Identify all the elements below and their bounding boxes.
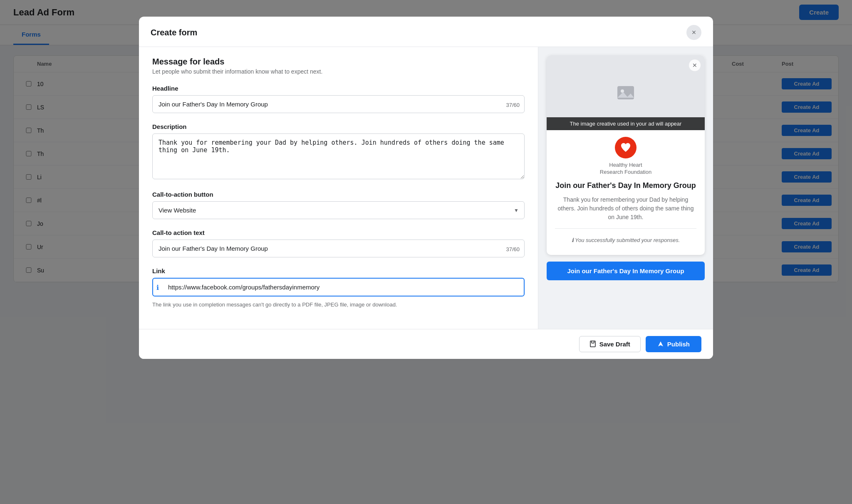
- link-label: Link: [152, 267, 525, 274]
- cta-text-label: Call-to action text: [152, 229, 525, 236]
- info-icon: ℹ: [156, 283, 159, 291]
- preview-success-message: You successfully submitted your response…: [555, 234, 696, 247]
- description-field: Description: [152, 123, 525, 181]
- save-draft-button[interactable]: Save Draft: [579, 336, 641, 352]
- link-input-wrap: ℹ: [152, 278, 525, 296]
- link-input[interactable]: [152, 278, 525, 296]
- modal-title: Create form: [151, 28, 197, 37]
- image-overlay-text: The image creative used in your ad will …: [547, 117, 705, 130]
- headline-input[interactable]: [152, 95, 525, 113]
- form-panel: Message for leads Let people who submit …: [139, 47, 538, 329]
- publish-button[interactable]: Publish: [646, 336, 701, 352]
- cta-text-input-wrap: 37/60: [152, 240, 525, 257]
- org-logo: [615, 137, 637, 158]
- headline-label: Headline: [152, 85, 525, 92]
- headline-counter: 37/60: [506, 102, 520, 108]
- cta-button-field: Call-to-action button View WebsiteSign U…: [152, 191, 525, 219]
- description-label: Description: [152, 123, 525, 130]
- preview-panel: ✕ The image creative used in your ad wil…: [538, 47, 713, 329]
- preview-description: Thank you for remembering your Dad by he…: [555, 195, 696, 222]
- cta-button-label: Call-to-action button: [152, 191, 525, 198]
- modal-overlay: Create form × Message for leads Let peop…: [0, 0, 852, 504]
- modal-body: Message for leads Let people who submit …: [139, 47, 713, 329]
- create-form-modal: Create form × Message for leads Let peop…: [139, 17, 713, 359]
- headline-field: Headline 37/60: [152, 85, 525, 113]
- cta-button-select-wrap: View WebsiteSign UpLearn MoreSubscribeDo…: [152, 201, 525, 219]
- preview-cta-button[interactable]: Join our Father's Day In Memory Group: [547, 262, 705, 280]
- cta-text-counter: 37/60: [506, 246, 520, 252]
- svg-marker-7: [658, 341, 663, 346]
- modal-footer: Save Draft Publish: [139, 329, 713, 359]
- org-name: Healthy Heart Research Foundation: [547, 162, 705, 176]
- publish-label: Publish: [667, 341, 690, 348]
- preview-content: Join our Father's Day In Memory Group Th…: [547, 181, 705, 255]
- cta-button-select[interactable]: View WebsiteSign UpLearn MoreSubscribeDo…: [152, 201, 525, 219]
- preview-card: ✕ The image creative used in your ad wil…: [547, 55, 705, 255]
- section-title: Message for leads: [152, 57, 525, 67]
- save-draft-icon: [589, 341, 596, 347]
- preview-close-icon[interactable]: ✕: [689, 59, 701, 71]
- preview-headline: Join our Father's Day In Memory Group: [555, 181, 696, 190]
- cta-text-input[interactable]: [152, 240, 525, 257]
- headline-input-wrap: 37/60: [152, 95, 525, 113]
- link-hint-text: The link you use in completion messages …: [152, 301, 525, 309]
- link-field: Link ℹ The link you use in completion me…: [152, 267, 525, 309]
- heart-logo-icon: [620, 142, 632, 153]
- svg-rect-3: [590, 341, 595, 347]
- section-description: Let people who submit their information …: [152, 68, 525, 75]
- svg-point-1: [621, 89, 624, 93]
- preview-divider: [555, 228, 696, 229]
- modal-header: Create form ×: [139, 17, 713, 47]
- description-input[interactable]: [152, 133, 525, 179]
- modal-close-button[interactable]: ×: [686, 25, 701, 40]
- publish-icon: [657, 341, 664, 347]
- save-draft-label: Save Draft: [599, 341, 630, 348]
- image-placeholder-icon: [616, 83, 636, 103]
- preview-image-area: ✕ The image creative used in your ad wil…: [547, 55, 705, 130]
- cta-text-field: Call-to action text 37/60: [152, 229, 525, 257]
